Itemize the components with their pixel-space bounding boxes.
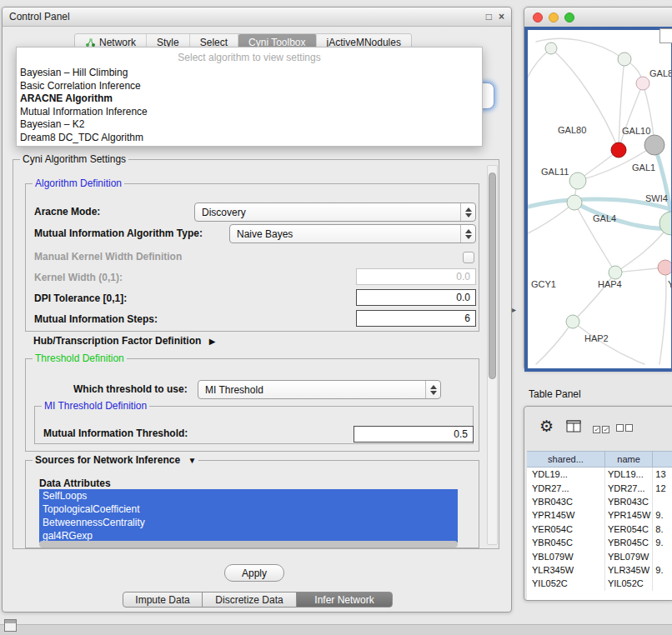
table-row[interactable]: YER054C YER054C 8. xyxy=(527,522,672,536)
table-row[interactable]: YLR345W YLR345W 9. xyxy=(527,563,672,577)
combobox-stepper-icon[interactable] xyxy=(425,381,440,398)
cell-value[interactable]: 13 xyxy=(653,468,672,481)
dropdown-placeholder[interactable]: Select algorithm to view settings xyxy=(17,49,482,67)
cell-value[interactable]: 9. xyxy=(653,563,672,577)
network-node[interactable] xyxy=(659,212,671,235)
network-canvas[interactable]: GAL8 GAL80 GAL10 GAL11 GAL1 SWI4 GAL4 GC… xyxy=(524,27,672,372)
which-threshold-combobox[interactable]: MI Threshold xyxy=(198,380,441,399)
dropdown-item[interactable]: Bayesian – Hill Climbing xyxy=(17,67,482,80)
cell-name[interactable]: YDL19... xyxy=(605,468,653,481)
table-panel-window: ⚙ ✓✓ shared... name YDL19... YDL19... 13 xyxy=(524,406,672,601)
horizontal-scrollbar-thumb[interactable] xyxy=(39,541,458,548)
cell-name[interactable]: YLR345W xyxy=(605,563,653,577)
network-node-hap2[interactable] xyxy=(566,315,579,328)
combobox-stepper-icon[interactable] xyxy=(460,225,475,242)
cell-shared[interactable]: YDR27... xyxy=(527,481,605,494)
dpi-tolerance-field[interactable]: 0.0 xyxy=(356,289,476,306)
settings-scrollbar-thumb[interactable] xyxy=(489,172,496,379)
cell-name[interactable]: YBL079W xyxy=(605,549,653,562)
column-header-cut[interactable] xyxy=(653,452,672,467)
network-node[interactable] xyxy=(569,172,586,189)
collapsed-arrow-icon[interactable]: ▶ xyxy=(209,337,216,346)
cell-name[interactable]: YDR27... xyxy=(605,481,653,494)
tab-impute-data[interactable]: Impute Data xyxy=(123,592,203,608)
cell-shared[interactable]: YDL19... xyxy=(527,468,605,481)
minimized-panel-icon[interactable] xyxy=(4,619,17,632)
dropdown-item[interactable]: Mutual Information Inference xyxy=(17,106,482,119)
zoom-traffic-light-icon[interactable] xyxy=(564,12,574,22)
kernel-width-field[interactable]: 0.0 xyxy=(356,268,476,285)
network-node[interactable] xyxy=(636,77,649,90)
table-row[interactable]: YPR145W YPR145W 9. xyxy=(527,508,672,522)
cell-value[interactable] xyxy=(653,577,672,590)
column-header-name[interactable]: name xyxy=(605,452,653,467)
cell-name[interactable]: YPR145W xyxy=(605,508,653,522)
network-corner-widget[interactable] xyxy=(659,28,672,43)
apply-button[interactable]: Apply xyxy=(224,564,284,582)
network-node[interactable] xyxy=(545,42,557,54)
cell-shared[interactable]: YBR045C xyxy=(527,536,605,549)
splitter-collapse-icon[interactable]: ▸ xyxy=(512,305,516,314)
table-row[interactable]: YBR043C YBR043C xyxy=(527,495,672,508)
which-threshold-value: MI Threshold xyxy=(205,384,263,396)
attribute-item-selected[interactable]: TopologicalCoefficient xyxy=(39,502,458,516)
gear-icon[interactable]: ⚙ xyxy=(539,417,554,436)
cell-value[interactable] xyxy=(653,549,672,562)
aracne-mode-combobox[interactable]: Discovery xyxy=(194,202,476,222)
minimize-traffic-light-icon[interactable] xyxy=(549,12,559,22)
network-node-gal4[interactable] xyxy=(567,195,582,210)
cell-value[interactable]: 9. xyxy=(653,536,672,549)
network-node-pink[interactable] xyxy=(658,260,671,275)
cell-shared[interactable]: YBL079W xyxy=(527,549,605,562)
cell-name[interactable]: YIL052C xyxy=(605,577,653,590)
columns-icon[interactable] xyxy=(566,420,582,433)
mi-threshold-field[interactable]: 0.5 xyxy=(354,426,474,442)
table-row[interactable]: YIL052C YIL052C xyxy=(527,577,672,590)
table-row[interactable]: YBR045C YBR045C 9. xyxy=(527,536,672,549)
hub-definition-toggle[interactable]: Hub/Transcription Factor Definition ▶ xyxy=(33,335,215,347)
unchecked-boxes-icon[interactable] xyxy=(616,422,634,434)
cell-value[interactable] xyxy=(653,495,672,508)
dropdown-item[interactable]: Dream8 DC_TDC Algorithm xyxy=(17,132,482,145)
expanded-arrow-icon[interactable]: ▼ xyxy=(188,456,196,465)
tab-infer-network[interactable]: Infer Network xyxy=(296,592,393,608)
kernel-width-label: Kernel Width (0,1): xyxy=(34,272,123,283)
cell-shared[interactable]: YER054C xyxy=(527,522,605,536)
cell-shared[interactable]: YIL052C xyxy=(527,577,605,590)
mi-steps-field[interactable]: 6 xyxy=(356,310,476,327)
cell-value[interactable]: 9. xyxy=(653,508,672,522)
network-graph: GAL8 GAL80 GAL10 GAL11 GAL1 SWI4 GAL4 GC… xyxy=(528,30,671,368)
checked-boxes-icon[interactable]: ✓✓ xyxy=(593,422,611,434)
cell-name[interactable]: YBR043C xyxy=(605,495,653,508)
network-node-gray[interactable] xyxy=(644,135,664,155)
cell-value[interactable]: 8. xyxy=(653,522,672,536)
apply-button-label: Apply xyxy=(242,568,267,579)
table-row[interactable]: YDL19... YDL19... 13 xyxy=(527,468,672,481)
bottom-dock-strip xyxy=(0,624,672,635)
close-traffic-light-icon[interactable] xyxy=(533,12,543,22)
table-row[interactable]: YDR27... YDR27... 12 xyxy=(527,481,672,494)
dropdown-item-selected[interactable]: ARACNE Algorithm xyxy=(17,92,482,106)
cell-value[interactable]: 12 xyxy=(653,481,672,494)
settings-scrollbar[interactable] xyxy=(487,165,498,545)
attribute-item-selected[interactable]: SelfLoops xyxy=(39,489,458,502)
close-window-icon[interactable]: × xyxy=(499,12,504,22)
tab-discretize-data[interactable]: Discretize Data xyxy=(202,592,297,608)
cell-shared[interactable]: YLR345W xyxy=(527,563,605,577)
cell-name[interactable]: YER054C xyxy=(605,522,653,536)
table-row[interactable]: YBL079W YBL079W xyxy=(527,549,672,562)
cell-shared[interactable]: YBR043C xyxy=(527,495,605,508)
cell-name[interactable]: YBR045C xyxy=(605,536,653,549)
mi-type-combobox[interactable]: Naive Bayes xyxy=(229,224,476,243)
combobox-stepper-icon[interactable] xyxy=(460,203,475,221)
dropdown-item[interactable]: Basic Correlation Inference xyxy=(17,80,482,93)
network-node-hap4[interactable] xyxy=(609,266,622,279)
attribute-item-selected[interactable]: BetweennessCentrality xyxy=(39,516,458,529)
network-node[interactable] xyxy=(618,52,631,66)
network-node-gal10[interactable] xyxy=(611,142,626,158)
column-header-shared[interactable]: shared... xyxy=(527,452,605,467)
cell-shared[interactable]: YPR145W xyxy=(527,508,605,522)
float-window-icon[interactable]: □ xyxy=(486,12,492,22)
manual-kernel-checkbox[interactable] xyxy=(463,252,474,263)
dropdown-item[interactable]: Bayesian – K2 xyxy=(17,118,482,132)
